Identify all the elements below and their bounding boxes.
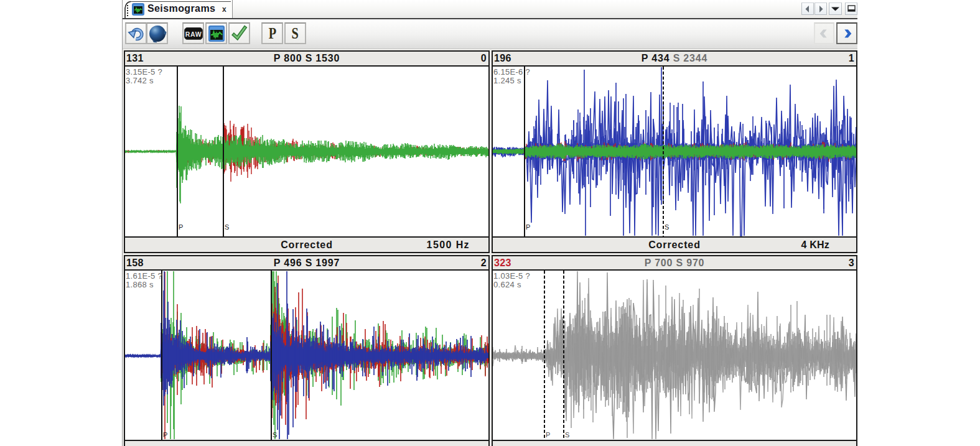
svg-text:RAW: RAW bbox=[185, 30, 201, 37]
